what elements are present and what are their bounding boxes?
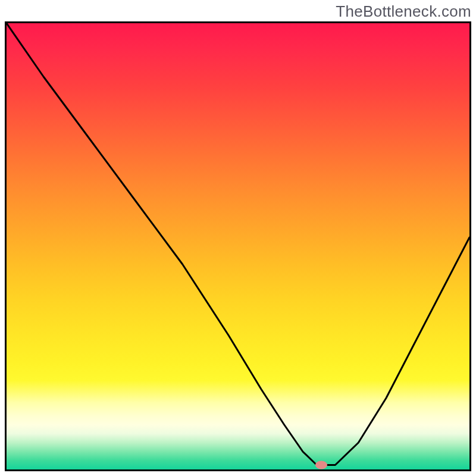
chart-plot-area — [5, 21, 471, 471]
watermark-text: TheBottleneck.com — [336, 2, 471, 21]
optimal-point-marker — [315, 461, 327, 469]
bottleneck-curve-line — [7, 23, 469, 465]
chart-svg — [7, 23, 469, 469]
